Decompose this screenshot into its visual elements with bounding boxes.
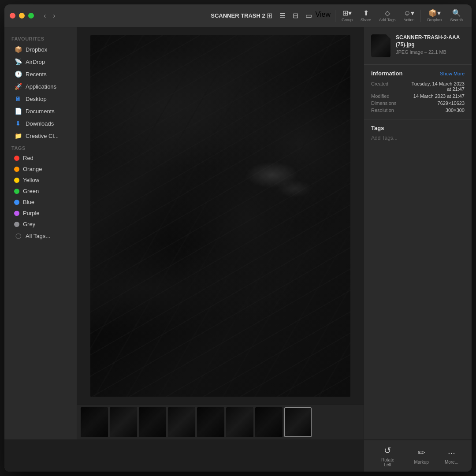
close-button[interactable] [10,13,15,19]
sidebar-item-dropbox[interactable]: 📦 Dropbox [7,43,74,56]
film-thumb-7[interactable] [255,407,283,437]
gallery-view-button[interactable]: ▭ [302,11,316,21]
gallery-icon: ▭ [305,12,312,19]
view-label: View [316,11,332,21]
more-label: More... [445,460,458,465]
main-content: Favourites 📦 Dropbox 📡 AirDrop 🕐 Recents… [4,27,472,439]
sidebar-item-airdrop[interactable]: 📡 AirDrop [7,56,74,68]
documents-icon: 📄 [14,107,22,115]
columns-icon: ⊟ [293,12,298,19]
finder-window: ‹ › SCANNER TRASH 2 ⊞ ☰ ⊟ ▭ View [4,4,472,472]
list-view-button[interactable]: ☰ [276,11,289,21]
sidebar-tag-grey-label: Grey [23,221,35,227]
sidebar-tag-orange[interactable]: Orange [7,164,74,175]
sidebar-item-creative[interactable]: 📁 Creative Cl... [7,130,74,142]
bottom-toolbar: ↺ Rotate Left ✏ Markup ··· More... [364,440,472,472]
group-icon: ⊞▾ [342,10,352,17]
preview-image [90,35,350,397]
film-thumb-1[interactable] [81,407,108,437]
sidebar-tag-blue[interactable]: Blue [7,197,74,208]
all-tags-icon: ◯ [14,232,22,240]
sidebar-item-desktop[interactable]: 🖥 Desktop [7,93,74,105]
film-thumb-2[interactable] [110,407,137,437]
grid-icon: ⊞ [267,12,272,19]
sidebar-tag-all-label: All Tags... [26,233,50,239]
desktop-icon: 🖥 [14,95,22,103]
more-button[interactable]: ··· More... [439,444,465,468]
sidebar-tag-red-label: Red [23,155,33,161]
film-thumb-8-active[interactable] [284,407,312,437]
sidebar-tag-purple[interactable]: Purple [7,208,74,219]
back-button[interactable]: ‹ [41,10,48,22]
more-icon: ··· [448,448,455,458]
sidebar-tag-yellow[interactable]: Yellow [7,175,74,186]
resolution-row: Resolution 300×300 [371,107,465,114]
sidebar-item-applications[interactable]: 🚀 Applications [7,80,74,93]
sidebar-item-documents-label: Documents [26,108,55,115]
sidebar-item-recents[interactable]: 🕐 Recents [7,68,74,80]
orange-dot [14,167,19,172]
tags-section-title: Tags [371,125,465,131]
search-button[interactable]: 🔍 Search [446,8,466,24]
resolution-key: Resolution [371,108,406,113]
window-title: SCANNER TRASH 2 [211,12,265,19]
action-button[interactable]: ☺▾ Action [400,8,418,24]
sidebar-tag-all[interactable]: ◯ All Tags... [7,230,74,242]
info-section: Information Show More Created Tuesday, 1… [364,65,472,119]
bottom-bar: ↺ Rotate Left ✏ Markup ··· More... [4,439,472,472]
filmstrip [77,404,364,439]
created-val: Tuesday, 14 March 2023 at 21:47 [406,81,465,92]
recents-icon: 🕐 [14,70,22,78]
sidebar-tag-yellow-label: Yellow [23,177,39,183]
separator [335,10,335,22]
sidebar-item-recents-label: Recents [26,71,47,78]
view-group: ⊞ ☰ ⊟ ▭ View [263,11,332,21]
modified-row: Modified 14 March 2023 at 21:47 [371,93,465,100]
sidebar-tag-orange-label: Orange [23,166,42,172]
blue-dot [14,200,19,205]
resolution-val: 300×300 [406,108,465,113]
separator2 [420,10,421,22]
created-row: Created Tuesday, 14 March 2023 at 21:47 [371,80,465,93]
column-view-button[interactable]: ⊟ [289,11,302,21]
film-thumb-5[interactable] [197,407,224,437]
sidebar-item-downloads[interactable]: ⬇ Downloads [7,117,74,130]
sidebar-tag-red[interactable]: Red [7,152,74,164]
file-header: SCANNER-TRASH-2-AAA (75).jpg JPEG image … [364,27,472,65]
sidebar-tag-green[interactable]: Green [7,186,74,197]
favourites-label: Favourites [4,33,77,43]
action-icon: ☺▾ [404,10,414,17]
sidebar-item-desktop-label: Desktop [26,96,47,102]
show-more-button[interactable]: Show More [440,71,465,76]
add-tags-field[interactable]: Add Tags... [371,135,465,141]
dropbox-button[interactable]: 📦▾ Dropbox [424,8,446,24]
file-info-block: SCANNER-TRASH-2-AAA (75).jpg JPEG image … [396,34,465,55]
dropbox-sidebar-icon: 📦 [14,45,22,53]
sidebar-tag-green-label: Green [23,188,39,194]
rotate-left-label: Rotate Left [377,457,398,467]
file-icon-corner [386,34,390,39]
film-thumb-4[interactable] [168,407,195,437]
markup-button[interactable]: ✏ Markup [408,444,435,468]
sidebar-item-documents[interactable]: 📄 Documents [7,105,74,117]
nav-buttons: ‹ › [41,10,58,22]
sidebar-item-airdrop-label: AirDrop [26,59,45,65]
sidebar-tag-blue-label: Blue [23,199,34,205]
add-tags-button[interactable]: ◇ Add Tags [376,8,399,24]
list-icon: ☰ [279,12,286,19]
sidebar-item-creative-label: Creative Cl... [26,133,59,139]
group-button[interactable]: ⊞▾ Group [338,8,356,24]
minimize-button[interactable] [19,13,25,19]
forward-button[interactable]: › [50,10,58,22]
share-button[interactable]: ⬆ Share [357,8,375,24]
maximize-button[interactable] [28,13,34,19]
film-thumb-6[interactable] [226,407,253,437]
rotate-left-button[interactable]: ↺ Rotate Left [371,442,405,471]
tags-section: Tags Add Tags... [364,119,472,146]
yellow-dot [14,178,19,183]
share-label: Share [361,18,371,22]
sidebar-tag-grey[interactable]: Grey [7,219,74,230]
dimensions-key: Dimensions [371,100,406,106]
film-thumb-3[interactable] [139,407,166,437]
sparkle-highlight-2 [276,180,312,197]
